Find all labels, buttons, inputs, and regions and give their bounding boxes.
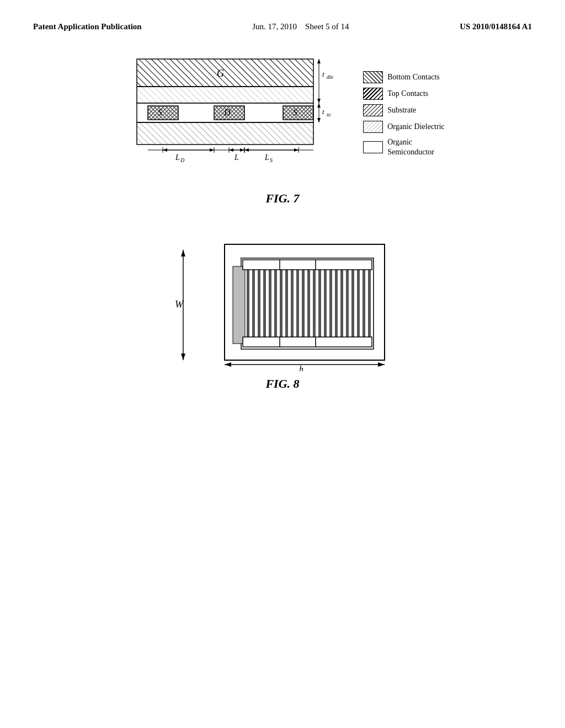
patent-publication-title: Patent Application Publication — [33, 22, 142, 31]
svg-text:D: D — [223, 108, 231, 117]
svg-text:L: L — [234, 153, 239, 162]
svg-marker-23 — [317, 118, 321, 122]
legend-icon-top-contacts — [363, 88, 383, 100]
svg-rect-63 — [280, 261, 282, 346]
svg-text:sc: sc — [327, 111, 332, 117]
fig8-diagram: h — [208, 239, 396, 371]
vertical-stripes — [247, 261, 371, 346]
svg-text:die: die — [327, 74, 334, 80]
legend-bottom-contacts: Bottom Contacts — [363, 71, 445, 83]
legend-organic-dielectric: Organic Dielectric — [363, 121, 445, 133]
legend-label-top-contacts: Top Contacts — [387, 89, 428, 98]
svg-rect-57 — [247, 261, 249, 346]
svg-rect-15 — [137, 122, 313, 144]
sheet-info: Sheet 5 of 14 — [305, 22, 349, 31]
svg-marker-49 — [181, 354, 185, 360]
svg-rect-13 — [283, 106, 313, 120]
fig7-label: FIG. 7 — [265, 191, 299, 206]
page-header: Patent Application Publication Jun. 17, … — [33, 22, 532, 31]
page: Patent Application Publication Jun. 17, … — [0, 0, 565, 728]
legend-label-bottom-contacts: Bottom Contacts — [387, 73, 440, 82]
svg-marker-31 — [210, 148, 214, 152]
svg-rect-69 — [313, 261, 316, 346]
svg-text:h: h — [299, 365, 303, 371]
svg-text:S: S — [158, 108, 162, 117]
svg-rect-7 — [137, 87, 313, 103]
header-date-sheet: Jun. 17, 2010 Sheet 5 of 14 — [252, 22, 349, 31]
svg-rect-72 — [329, 261, 332, 346]
svg-marker-88 — [378, 362, 385, 367]
svg-text:t: t — [322, 70, 324, 78]
fig7-section: G S D S — [33, 53, 532, 206]
legend-label-substrate: Substrate — [387, 106, 416, 115]
patent-number: US 2010/0148164 A1 — [460, 22, 532, 31]
svg-marker-18 — [317, 99, 321, 103]
fig8-content: W — [169, 239, 396, 371]
svg-text:W: W — [175, 299, 184, 310]
transistor-diagram: G S D S — [120, 53, 341, 175]
svg-text:S: S — [293, 108, 297, 117]
legend-icon-organic-semiconductor — [363, 141, 383, 153]
svg-text:D: D — [180, 157, 185, 163]
svg-marker-44 — [294, 148, 299, 152]
legend: Bottom Contacts Top Contacts Substrate O… — [363, 71, 445, 157]
fig8-label: FIG. 8 — [265, 377, 299, 391]
legend-icon-bottom-contacts — [363, 71, 383, 83]
svg-marker-48 — [181, 250, 185, 256]
svg-rect-80 — [243, 260, 372, 270]
svg-rect-77 — [357, 261, 360, 346]
svg-marker-22 — [317, 103, 321, 108]
svg-rect-67 — [302, 261, 305, 346]
svg-marker-43 — [244, 148, 249, 152]
svg-rect-68 — [307, 261, 310, 346]
legend-icon-substrate — [363, 104, 383, 116]
w-dimension-arrow: W — [169, 244, 197, 366]
publication-date: Jun. 17, 2010 — [252, 22, 297, 31]
svg-rect-5 — [137, 59, 313, 87]
svg-rect-79 — [368, 261, 371, 346]
svg-rect-61 — [269, 261, 271, 346]
legend-label-organic-semiconductor: OrganicSemiconductor — [387, 137, 434, 157]
svg-rect-75 — [346, 261, 349, 346]
svg-rect-71 — [324, 261, 327, 346]
legend-label-organic-dielectric: Organic Dielectric — [387, 122, 445, 131]
svg-marker-38 — [240, 148, 244, 152]
svg-marker-30 — [163, 148, 167, 152]
svg-text:S: S — [270, 157, 273, 163]
svg-rect-9 — [148, 106, 178, 120]
svg-text:L: L — [175, 153, 180, 162]
svg-marker-37 — [229, 148, 233, 152]
svg-rect-58 — [252, 261, 255, 346]
svg-rect-64 — [285, 261, 288, 346]
svg-rect-78 — [363, 261, 365, 346]
fig8-section: W — [33, 239, 532, 391]
svg-rect-66 — [296, 261, 299, 346]
svg-rect-65 — [291, 261, 294, 346]
svg-rect-59 — [258, 261, 260, 346]
fig7-content: G S D S — [120, 53, 445, 175]
svg-rect-62 — [274, 261, 277, 346]
legend-substrate: Substrate — [363, 104, 445, 116]
svg-rect-76 — [351, 261, 354, 346]
svg-rect-74 — [340, 261, 343, 346]
svg-marker-17 — [317, 59, 321, 63]
svg-rect-70 — [318, 261, 321, 346]
svg-text:t: t — [322, 108, 324, 116]
svg-text:L: L — [264, 153, 269, 162]
legend-organic-semiconductor: OrganicSemiconductor — [363, 137, 445, 157]
svg-rect-83 — [243, 337, 372, 347]
svg-text:G: G — [217, 68, 224, 79]
legend-icon-organic-dielectric — [363, 121, 383, 133]
legend-top-contacts: Top Contacts — [363, 88, 445, 100]
svg-rect-56 — [233, 266, 245, 344]
svg-rect-60 — [263, 261, 266, 346]
svg-marker-87 — [225, 362, 231, 367]
svg-rect-73 — [335, 261, 338, 346]
